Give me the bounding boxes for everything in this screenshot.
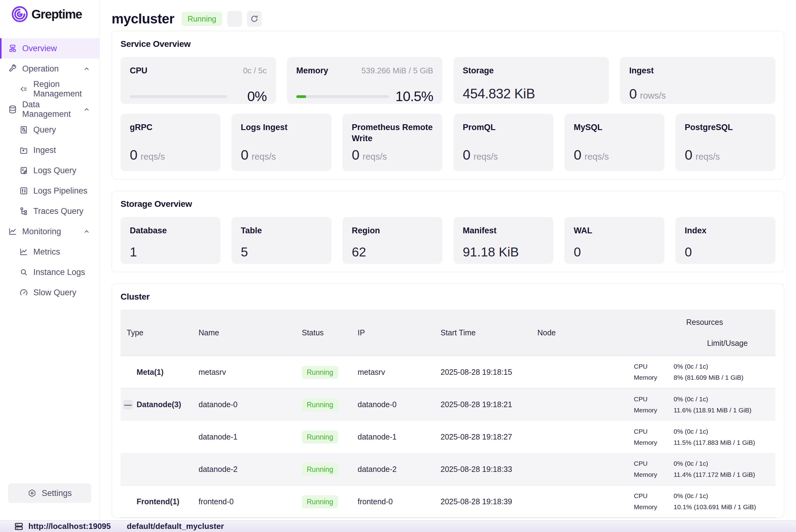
column-status: Status xyxy=(302,310,358,356)
grpc-unit: reqs/s xyxy=(140,152,165,162)
chevron-up-icon[interactable] xyxy=(83,227,91,235)
memory-progress-fill xyxy=(296,95,306,98)
sidebar-item-label: Logs Pipelines xyxy=(33,186,88,196)
manifest-label: Manifest xyxy=(463,226,497,235)
logs-ingest-label: Logs Ingest xyxy=(241,122,322,133)
ingest-unit: rows/s xyxy=(640,91,666,101)
metrics-icon xyxy=(19,247,29,256)
sidebar-item-data-management[interactable]: Data Management xyxy=(0,99,99,119)
region-icon xyxy=(19,84,29,94)
app-screen: Greptime Overview xyxy=(0,0,796,532)
refresh-icon xyxy=(250,15,259,23)
collapse-toggle-icon[interactable]: — xyxy=(123,400,133,410)
sidebar-item-metrics[interactable]: Metrics xyxy=(0,242,99,262)
promql-value: 0 xyxy=(463,147,471,163)
service-overview-row-1: CPU 0c / 5c 0% Memory 539.266 MiB / 5 Gi… xyxy=(120,57,775,104)
sidebar-item-label: Overview xyxy=(22,44,57,53)
sidebar-item-overview[interactable]: Overview xyxy=(0,38,99,59)
row-resources: CPU0% (0c / 1c) Memory11.4% (117.172 MiB… xyxy=(634,460,775,478)
memory-resource-label: Memory xyxy=(634,504,674,511)
server-url[interactable]: http://localhost:19095 xyxy=(29,521,111,531)
server-icon xyxy=(14,522,23,531)
memory-resource-label: Memory xyxy=(634,439,674,446)
grpc-card: gRPC 0 reqs/s xyxy=(120,114,221,171)
index-card: Index 0 xyxy=(676,217,775,264)
storage-label: Storage xyxy=(463,65,494,76)
memory-progress-bar xyxy=(296,95,389,98)
sidebar-item-logs-query[interactable]: Logs Query xyxy=(0,160,99,180)
sidebar-item-instance-logs[interactable]: Instance Logs xyxy=(0,262,99,282)
sidebar-item-slow-query[interactable]: Slow Query xyxy=(0,282,99,303)
prometheus-remote-write-label: Prometheus Remote Write xyxy=(352,122,433,144)
refresh-button[interactable] xyxy=(247,11,262,27)
sidebar-item-operation[interactable]: Operation xyxy=(0,59,99,79)
current-database[interactable]: default/default_mycluster xyxy=(127,521,224,531)
chevron-up-icon[interactable] xyxy=(83,65,91,73)
sidebar-item-label: Slow Query xyxy=(33,288,76,298)
chevron-up-icon[interactable] xyxy=(83,106,91,113)
database-value: 1 xyxy=(130,245,211,260)
greptime-logo: Greptime xyxy=(0,0,99,28)
memory-limit: 539.266 MiB / 5 GiB xyxy=(361,66,433,76)
row-start-time: 2025-08-28 19:18:21 xyxy=(440,400,537,409)
status-bar: http://localhost:19095 default/default_m… xyxy=(0,520,796,532)
grpc-value: 0 xyxy=(130,147,137,163)
database-icon xyxy=(8,105,17,114)
row-type: Frontend(1) xyxy=(120,497,198,506)
monitoring-icon xyxy=(8,227,17,236)
sidebar-item-label: Region Management xyxy=(33,79,99,99)
extra-action-button[interactable] xyxy=(227,11,242,27)
storage-overview-title: Storage Overview xyxy=(120,199,775,209)
postgresql-label: PostgreSQL xyxy=(685,122,766,133)
storage-overview-cards: Database 1 Table 5 Region 62 Manifest 91… xyxy=(120,217,775,264)
sidebar-item-label: Ingest xyxy=(33,146,56,155)
cpu-resource-value: 0% (0c / 1c) xyxy=(674,396,708,403)
logs-ingest-unit: reqs/s xyxy=(251,152,276,162)
query-icon xyxy=(19,125,29,134)
prometheus-remote-write-card: Prometheus Remote Write 0 reqs/s xyxy=(342,114,442,171)
column-limit-usage-label: Limit/Usage xyxy=(662,339,748,348)
sidebar-item-traces-query[interactable]: Traces Query xyxy=(0,201,99,221)
database-card: Database 1 xyxy=(120,217,221,264)
table-label: Table xyxy=(241,226,262,235)
storage-overview-panel: Storage Overview Database 1 Table 5 Regi… xyxy=(112,191,784,272)
column-resources-label: Resources xyxy=(686,318,723,327)
logs-pipelines-icon xyxy=(19,186,29,195)
logs-ingest-card: Logs Ingest 0 reqs/s xyxy=(231,114,331,171)
sidebar-item-ingest[interactable]: Ingest xyxy=(0,140,99,160)
cpu-label: CPU xyxy=(130,65,147,76)
row-ip: frontend-0 xyxy=(358,497,440,506)
wal-card: WAL 0 xyxy=(565,217,664,264)
index-label: Index xyxy=(685,226,707,235)
sidebar-item-label: Metrics xyxy=(33,247,60,257)
sidebar-item-logs-pipelines[interactable]: Logs Pipelines xyxy=(0,180,99,201)
row-name: datanode-2 xyxy=(198,465,302,474)
cluster-panel: Cluster Type Name Status IP Start Time N… xyxy=(112,284,784,518)
storage-value: 454.832 KiB xyxy=(463,86,600,101)
sidebar-item-label: Monitoring xyxy=(22,227,61,236)
region-label: Region xyxy=(352,226,380,235)
row-type: Datanode(3) xyxy=(137,400,181,409)
cpu-resource-value: 0% (0c / 1c) xyxy=(674,363,708,370)
prometheus-remote-write-value: 0 xyxy=(352,147,359,163)
manifest-card: Manifest 91.18 KiB xyxy=(454,217,553,264)
sidebar-item-query[interactable]: Query xyxy=(0,119,99,140)
row-resources: CPU0% (0c / 1c) Memory8% (81.609 MiB / 1… xyxy=(634,363,775,381)
cluster-table-header: Type Name Status IP Start Time Node Reso… xyxy=(120,310,775,356)
wal-value: 0 xyxy=(574,245,655,260)
sidebar-item-region-management[interactable]: Region Management xyxy=(0,79,99,99)
sidebar-item-monitoring[interactable]: Monitoring xyxy=(0,221,99,242)
column-name: Name xyxy=(198,310,302,356)
database-label: Database xyxy=(130,226,167,235)
cpu-resource-label: CPU xyxy=(634,428,674,435)
column-ip: IP xyxy=(358,310,440,356)
promql-label: PromQL xyxy=(463,122,544,133)
row-ip: datanode-0 xyxy=(358,400,440,409)
settings-button[interactable]: Settings xyxy=(8,483,91,503)
row-start-time: 2025-08-28 19:18:39 xyxy=(440,497,537,506)
region-card: Region 62 xyxy=(342,217,442,264)
service-overview-panel: Service Overview CPU 0c / 5c 0% xyxy=(112,31,784,179)
page-title: mycluster xyxy=(112,11,174,26)
column-type: Type xyxy=(120,310,198,356)
table-card: Table 5 xyxy=(231,217,331,264)
